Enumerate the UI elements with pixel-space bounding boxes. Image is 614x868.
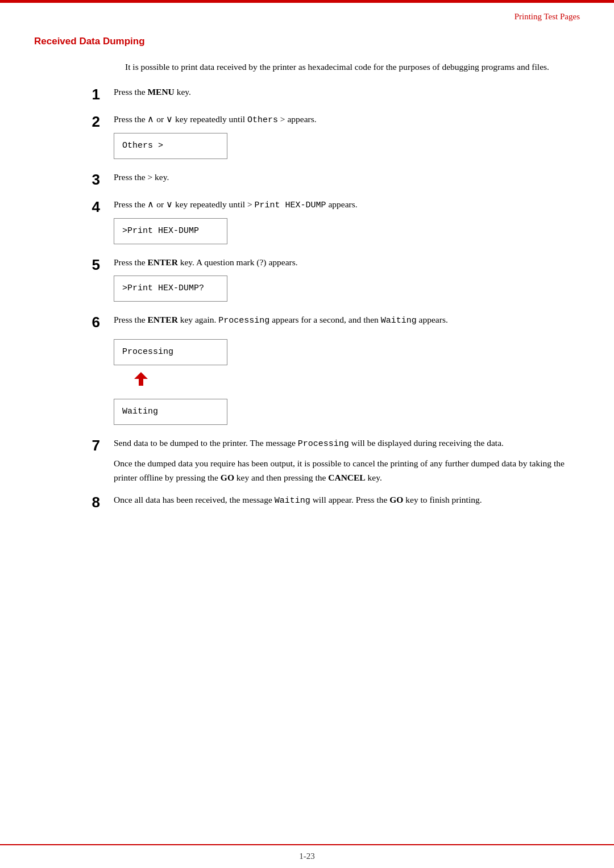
section-title: Received Data Dumping bbox=[34, 34, 580, 49]
step-1: 1 Press the MENU key. bbox=[34, 85, 580, 105]
step-5: 5 Press the ENTER key. A question mark (… bbox=[34, 256, 580, 305]
step-8-waiting-inline: Waiting bbox=[275, 496, 310, 506]
intro-text: It is possible to print data received by… bbox=[125, 60, 580, 74]
step-6: 6 Press the ENTER key again. Processing … bbox=[34, 313, 580, 429]
step-8: 8 Once all data has been received, the m… bbox=[34, 493, 580, 512]
arrow-down-icon bbox=[131, 369, 580, 394]
step-6-enter-bold: ENTER bbox=[147, 315, 177, 324]
step-5-number: 5 bbox=[68, 256, 114, 275]
step-2-content: Press the ∧ or ∨ key repeatedly until Ot… bbox=[114, 112, 580, 162]
waiting-box: Waiting bbox=[114, 399, 227, 425]
step-4-code-inline: Print HEX-DUMP bbox=[255, 201, 326, 210]
step-7-go-bold: GO bbox=[221, 473, 234, 482]
step-7-processing-inline: Processing bbox=[298, 439, 349, 449]
step-6-waiting-inline: Waiting bbox=[381, 316, 417, 326]
step-8-number: 8 bbox=[68, 493, 114, 512]
step-2-number: 2 bbox=[68, 112, 114, 132]
bottom-border bbox=[0, 844, 614, 845]
step-5-code-box: >Print HEX-DUMP? bbox=[114, 276, 227, 302]
step-4-content: Press the ∧ or ∨ key repeatedly until > … bbox=[114, 198, 580, 248]
step-2-code-inline: Others bbox=[247, 115, 278, 125]
header-title: Printing Test Pages bbox=[515, 12, 580, 21]
step-6-content: Press the ENTER key again. Processing ap… bbox=[114, 313, 580, 429]
step-8-go-bold: GO bbox=[389, 495, 403, 504]
svg-marker-0 bbox=[134, 372, 148, 386]
step-1-number: 1 bbox=[68, 85, 114, 105]
processing-box: Processing bbox=[114, 339, 227, 365]
step-3-content: Press the > key. bbox=[114, 170, 580, 185]
step-7-content: Send data to be dumped to the printer. T… bbox=[114, 436, 580, 485]
step-6-processing-inline: Processing bbox=[218, 316, 269, 326]
step-7-cancel-bold: CANCEL bbox=[328, 473, 365, 482]
page-header: Printing Test Pages bbox=[515, 10, 580, 23]
step-7-extra-text: Once the dumped data you require has bee… bbox=[114, 457, 580, 485]
step-7-number: 7 bbox=[68, 436, 114, 456]
step-2-code-box: Others > bbox=[114, 133, 227, 159]
step-4-number: 4 bbox=[68, 198, 114, 217]
step-5-enter-bold: ENTER bbox=[147, 257, 177, 267]
step-7: 7 Send data to be dumped to the printer.… bbox=[34, 436, 580, 485]
step-3-number: 3 bbox=[68, 170, 114, 190]
menu-key-bold: MENU bbox=[147, 87, 174, 97]
step-8-content: Once all data has been received, the mes… bbox=[114, 493, 580, 508]
step-6-number: 6 bbox=[68, 313, 114, 332]
processing-waiting-group: Processing Waiting bbox=[114, 333, 580, 429]
top-border bbox=[0, 0, 614, 3]
step-3: 3 Press the > key. bbox=[34, 170, 580, 190]
main-content: Received Data Dumping It is possible to … bbox=[0, 34, 614, 512]
step-2: 2 Press the ∧ or ∨ key repeatedly until … bbox=[34, 112, 580, 162]
step-4: 4 Press the ∧ or ∨ key repeatedly until … bbox=[34, 198, 580, 248]
step-4-code-box: >Print HEX-DUMP bbox=[114, 218, 227, 244]
page-number: 1-23 bbox=[299, 850, 315, 863]
step-5-content: Press the ENTER key. A question mark (?)… bbox=[114, 256, 580, 305]
step-1-content: Press the MENU key. bbox=[114, 85, 580, 99]
